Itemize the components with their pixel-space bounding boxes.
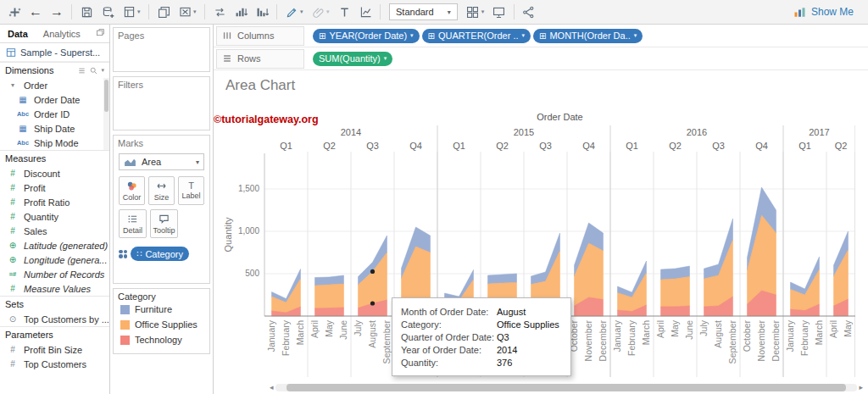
pill-caret-icon[interactable]: ▾	[410, 32, 414, 39]
toolbar-separator	[204, 4, 205, 19]
pill-caret-icon[interactable]: ▾	[522, 32, 526, 39]
sort-descending-button[interactable]	[252, 2, 272, 22]
clear-sheet-button[interactable]	[175, 2, 195, 22]
measure-item[interactable]: =#Number of Records	[0, 267, 109, 281]
new-worksheet-button[interactable]	[119, 2, 139, 22]
dimension-item[interactable]: AbcShip Mode	[0, 136, 109, 150]
pill-label: SUM(Quantity)	[319, 53, 381, 64]
selected-mark-dot[interactable]	[370, 301, 375, 305]
measure-item[interactable]: #Quantity	[0, 209, 109, 224]
pill-caret-icon[interactable]: ▾	[384, 55, 387, 62]
legend-item[interactable]: Furniture	[118, 302, 205, 317]
size-button[interactable]: Size	[148, 176, 175, 205]
parameter-item[interactable]: #Profit Bin Size	[0, 342, 109, 357]
group-members-button[interactable]	[308, 2, 328, 22]
selected-mark-dot[interactable]	[370, 269, 375, 274]
scrollbar-track[interactable]	[275, 384, 858, 391]
furniture-area[interactable]	[488, 274, 517, 284]
pill-caret-icon[interactable]: ▾	[634, 32, 637, 39]
measure-item[interactable]: ⊕Latitude (generated)	[0, 238, 109, 252]
dimensions-list: ▾Order▦Order DateAbcOrder ID▦Ship DateAb…	[0, 78, 109, 150]
field-label: Sales	[24, 226, 47, 236]
month-label: May	[843, 319, 853, 337]
office-supplies-area[interactable]	[315, 284, 344, 308]
technology-area[interactable]	[661, 306, 690, 316]
sets-list: ⊙Top Customers by ...	[0, 312, 109, 326]
search-icon[interactable]	[89, 66, 98, 75]
show-cards-caret-icon[interactable]: ▾	[481, 8, 488, 15]
view-list-icon[interactable]	[77, 66, 86, 75]
share-button[interactable]	[519, 2, 539, 22]
horizontal-scrollbar[interactable]: ◂ ▸	[270, 383, 863, 392]
technology-area[interactable]	[315, 308, 344, 316]
scrollbar-thumb[interactable]	[287, 384, 845, 391]
tab-data[interactable]: Data	[0, 25, 36, 42]
undo-button[interactable]: ←	[25, 2, 46, 22]
filters-card[interactable]: Filters	[113, 76, 210, 130]
fit-dropdown[interactable]: Standard ▾	[389, 3, 458, 20]
show-mark-labels-button[interactable]	[334, 2, 354, 22]
fix-axes-button[interactable]	[355, 2, 376, 22]
presentation-mode-button[interactable]	[489, 2, 509, 22]
label-button[interactable]: T Label	[178, 176, 204, 205]
dimensions-menu-caret-icon[interactable]: ▾	[101, 67, 104, 74]
month-label: March	[641, 320, 651, 345]
dimensions-scrollbar[interactable]	[103, 78, 109, 150]
fit-dropdown-value: Standard	[396, 7, 434, 17]
shelf-pill[interactable]: ⊞QUARTER(Order ..▾	[422, 29, 531, 43]
set-item[interactable]: ⊙Top Customers by ...	[0, 312, 109, 326]
pages-card[interactable]: Pages	[113, 27, 210, 72]
float-pane-icon[interactable]	[96, 28, 109, 39]
highlight-button[interactable]	[281, 2, 302, 22]
shelf-pill[interactable]: SUM(Quantity)▾	[313, 52, 392, 66]
measure-item[interactable]: #Profit	[0, 180, 109, 195]
tab-analytics[interactable]: Analytics	[36, 25, 88, 42]
swap-rows-columns-button[interactable]	[209, 2, 230, 22]
new-worksheet-caret-icon[interactable]: ▾	[137, 8, 144, 15]
sort-ascending-button[interactable]	[231, 2, 251, 22]
clear-sheet-caret-icon[interactable]: ▾	[193, 8, 200, 15]
mark-type-dropdown[interactable]: Area ▾	[119, 153, 204, 170]
dimension-item[interactable]: ▦Order Date	[0, 92, 109, 107]
save-button[interactable]	[76, 2, 97, 22]
scroll-left-icon[interactable]: ◂	[270, 383, 274, 392]
shelf-pill[interactable]: ⊞YEAR(Order Date)▾	[313, 29, 420, 43]
measure-item[interactable]: #Sales	[0, 224, 109, 238]
category-pill[interactable]: ∷ Category	[131, 247, 189, 261]
dimension-item[interactable]: ▦Ship Date	[0, 121, 109, 136]
dimension-item[interactable]: ▾Order	[0, 78, 109, 92]
worksheet-view: Area Chart ©tutorialgateway.org Order Da…	[214, 70, 868, 394]
year-header: 2017	[809, 127, 829, 137]
detail-button[interactable]: Detail	[119, 209, 147, 238]
month-label: August	[713, 320, 723, 348]
tooltip-button[interactable]: Tooltip	[150, 209, 178, 238]
data-pane: Data Analytics Sample - Superst... Dimen…	[0, 25, 110, 394]
office-supplies-area[interactable]	[661, 277, 690, 308]
group-caret-icon[interactable]: ▾	[326, 8, 333, 15]
scrollbar-thumb[interactable]	[104, 80, 108, 112]
redo-button[interactable]: →	[47, 2, 67, 22]
parameter-item[interactable]: #Top Customers	[0, 357, 109, 371]
shelf-pill[interactable]: ⊞MONTH(Order Da..▾	[533, 29, 643, 43]
dimension-item[interactable]: AbcOrder ID	[0, 107, 109, 121]
tableau-logo-icon[interactable]	[4, 2, 25, 22]
highlight-caret-icon[interactable]: ▾	[300, 8, 307, 15]
measure-item[interactable]: ⊕Longitude (genera...	[0, 252, 109, 267]
hash-icon: #	[5, 285, 20, 293]
y-tick-label: 500	[245, 269, 259, 278]
field-label: Order	[24, 80, 47, 91]
new-data-source-button[interactable]	[97, 2, 118, 22]
measure-item[interactable]: #Discount	[0, 166, 109, 180]
data-source-item[interactable]: Sample - Superst...	[0, 43, 109, 62]
legend-item[interactable]: Office Supplies	[118, 317, 205, 332]
show-hide-cards-button[interactable]	[463, 2, 483, 22]
pill-label: YEAR(Order Date)	[329, 31, 407, 41]
scroll-right-icon[interactable]: ▸	[859, 383, 863, 392]
measure-item[interactable]: #Profit Ratio	[0, 195, 109, 209]
legend-item[interactable]: Technology	[118, 332, 205, 347]
abc-icon: Abc	[15, 140, 31, 147]
measure-item[interactable]: #Measure Values	[0, 281, 109, 296]
color-button[interactable]: Color	[119, 176, 145, 205]
show-me-button[interactable]: Show Me	[793, 6, 864, 19]
duplicate-sheet-button[interactable]	[153, 2, 174, 22]
